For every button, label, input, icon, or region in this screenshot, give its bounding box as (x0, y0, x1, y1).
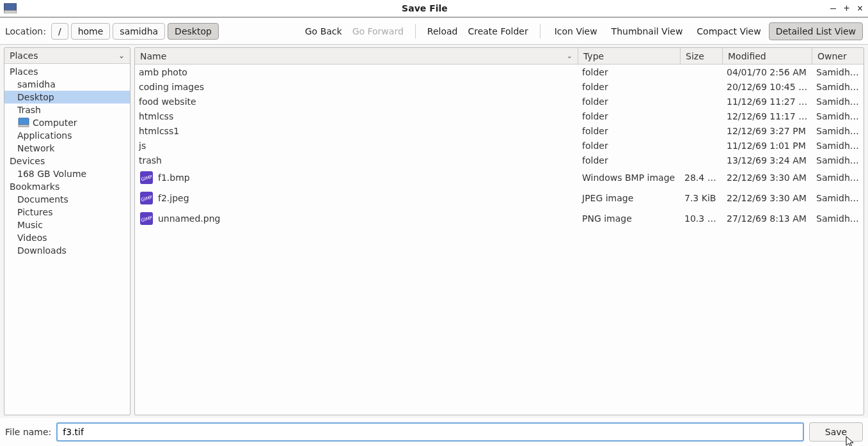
sidebar-list: PlacessamidhaDesktopTrashComputerApplica… (4, 64, 130, 415)
sidebar-item-videos[interactable]: Videos (4, 231, 130, 244)
sidebar-item-trash[interactable]: Trash (4, 104, 130, 116)
maximize-button[interactable]: + (842, 3, 851, 14)
sidebar-category-bookmarks: Bookmarks (4, 180, 130, 193)
file-row[interactable]: trashfolder13/12/69 3:24 AMSamidha,,, (135, 153, 864, 167)
sidebar-header-label: Places (10, 50, 38, 61)
file-row[interactable]: GIMPf1.bmpWindows BMP image28.4 KiB22/12… (135, 167, 864, 188)
column-type[interactable]: Type (578, 48, 681, 64)
breadcrumb--[interactable]: / (51, 23, 68, 40)
column-name[interactable]: Name ⌄ (135, 48, 578, 64)
file-modified-cell: 11/12/69 1:01 PM (723, 141, 812, 151)
file-type-cell: JPEG image (578, 193, 681, 203)
toolbar: Location: /homesamidhaDesktop Go Back Go… (0, 18, 868, 45)
separator (540, 24, 541, 38)
file-modified-cell: 12/12/69 3:27 PM (723, 126, 812, 136)
file-modified-cell: 27/12/69 8:13 AM (723, 213, 812, 224)
chevron-down-icon: ⌄ (567, 52, 572, 60)
file-owner-cell: Samidha,,, (812, 173, 864, 183)
view-detailed-list-view[interactable]: Detailed List View (769, 22, 863, 40)
save-button[interactable]: Save (809, 422, 863, 442)
file-list-body[interactable]: amb photofolder04/01/70 2:56 AMSamidha,,… (135, 65, 864, 415)
view-compact-view[interactable]: Compact View (690, 23, 767, 40)
svg-rect-0 (4, 3, 16, 10)
file-row[interactable]: coding imagesfolder20/12/69 10:45 AMSami… (135, 79, 864, 94)
view-buttons: Icon ViewThumbnail ViewCompact ViewDetai… (548, 22, 863, 40)
svg-rect-2 (19, 118, 29, 125)
sidebar-item-168-gb-volume[interactable]: 168 GB Volume (4, 167, 130, 180)
file-name-cell: htmlcss (135, 111, 578, 121)
location-label: Location: (5, 26, 46, 36)
image-file-icon: GIMP (139, 211, 154, 226)
go-forward-button: Go Forward (349, 24, 407, 39)
main-area: Places ⌄ PlacessamidhaDesktopTrashComput… (0, 45, 868, 415)
filename-input[interactable] (56, 422, 804, 442)
file-row[interactable]: jsfolder11/12/69 1:01 PMSamidha,,, (135, 138, 864, 153)
view-icon-view[interactable]: Icon View (548, 23, 604, 40)
file-owner-cell: Samidha,,, (812, 193, 864, 203)
column-owner[interactable]: Owner (812, 48, 864, 64)
file-type-cell: folder (578, 82, 681, 92)
file-modified-cell: 04/01/70 2:56 AM (723, 67, 812, 77)
column-modified[interactable]: Modified (723, 48, 812, 64)
file-owner-cell: Samidha,,, (812, 67, 864, 77)
reload-button[interactable]: Reload (423, 24, 462, 39)
column-size[interactable]: Size (681, 48, 723, 64)
file-size-cell: 28.4 KiB (681, 173, 723, 183)
sidebar-item-music[interactable]: Music (4, 219, 130, 231)
go-back-button[interactable]: Go Back (301, 24, 346, 39)
sidebar-item-network[interactable]: Network (4, 142, 130, 155)
file-row[interactable]: amb photofolder04/01/70 2:56 AMSamidha,,… (135, 65, 864, 79)
file-name-cell: trash (135, 155, 578, 165)
svg-rect-1 (4, 10, 16, 13)
file-row[interactable]: GIMPf2.jpegJPEG image7.3 KiB22/12/69 3:3… (135, 188, 864, 208)
breadcrumb-samidha[interactable]: samidha (113, 23, 165, 40)
file-type-cell: folder (578, 155, 681, 165)
sidebar-category-devices: Devices (4, 155, 130, 167)
file-type-cell: folder (578, 96, 681, 107)
sidebar-item-computer[interactable]: Computer (4, 116, 130, 129)
file-owner-cell: Samidha,,, (812, 155, 864, 165)
sidebar-item-applications[interactable]: Applications (4, 129, 130, 142)
window-title: Save File (20, 3, 829, 13)
sidebar-item-downloads[interactable]: Downloads (4, 244, 130, 257)
file-owner-cell: Samidha,,, (812, 96, 864, 107)
chevron-down-icon: ⌄ (118, 51, 125, 60)
breadcrumb-Desktop[interactable]: Desktop (168, 23, 219, 40)
file-size-cell: 10.3 KiB (681, 213, 723, 224)
minimize-button[interactable]: — (829, 3, 837, 14)
separator (415, 24, 416, 38)
file-type-cell: PNG image (578, 213, 681, 224)
file-row[interactable]: GIMPunnamed.pngPNG image10.3 KiB27/12/69… (135, 208, 864, 229)
breadcrumb-home[interactable]: home (71, 23, 111, 40)
file-modified-cell: 11/12/69 11:27 AM (723, 96, 812, 107)
sidebar-item-desktop[interactable]: Desktop (4, 91, 130, 104)
file-owner-cell: Samidha,,, (812, 141, 864, 151)
image-file-icon: GIMP (139, 170, 154, 185)
file-name-cell: coding images (135, 82, 578, 92)
filename-label: File name: (5, 427, 51, 437)
sidebar-item-pictures[interactable]: Pictures (4, 206, 130, 219)
file-owner-cell: Samidha,,, (812, 213, 864, 224)
file-type-cell: folder (578, 67, 681, 77)
file-owner-cell: Samidha,,, (812, 126, 864, 136)
app-icon (4, 3, 17, 13)
computer-icon (17, 118, 30, 128)
window-buttons: — + × (829, 3, 864, 14)
titlebar: Save File — + × (0, 0, 868, 18)
file-owner-cell: Samidha,,, (812, 82, 864, 92)
image-file-icon: GIMP (139, 190, 154, 206)
close-button[interactable]: × (856, 3, 864, 14)
sidebar-header[interactable]: Places ⌄ (4, 48, 130, 64)
column-name-label: Name (140, 51, 166, 61)
create-folder-button[interactable]: Create Folder (464, 24, 532, 39)
breadcrumb-container: /homesamidhaDesktop (51, 23, 219, 40)
file-row[interactable]: food websitefolder11/12/69 11:27 AMSamid… (135, 94, 864, 109)
file-row[interactable]: htmlcss1folder12/12/69 3:27 PMSamidha,,, (135, 123, 864, 138)
file-row[interactable]: htmlcssfolder12/12/69 11:17 AMSamidha,,, (135, 109, 864, 123)
file-modified-cell: 12/12/69 11:17 AM (723, 111, 812, 121)
sidebar-item-samidha[interactable]: samidha (4, 78, 130, 91)
sidebar-item-documents[interactable]: Documents (4, 193, 130, 206)
file-name-cell: amb photo (135, 67, 578, 77)
file-name-cell: js (135, 141, 578, 151)
view-thumbnail-view[interactable]: Thumbnail View (605, 23, 690, 40)
